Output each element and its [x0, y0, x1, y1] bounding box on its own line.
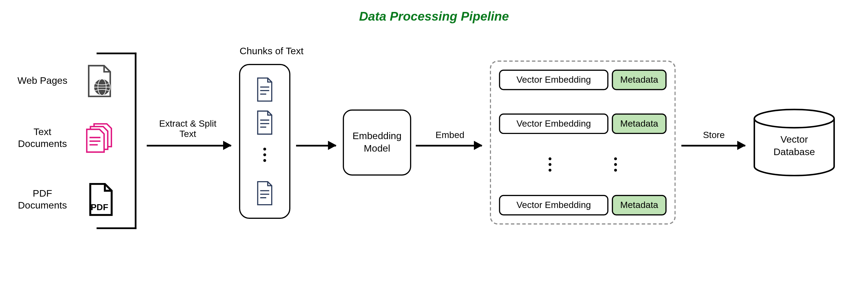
- vector-embedding-box: Vector Embedding: [499, 113, 608, 134]
- vertical-ellipsis-icon: [263, 148, 266, 162]
- chunk-doc-icon: [255, 110, 275, 135]
- arrow-store-label: Store: [694, 130, 734, 140]
- web-page-icon: [84, 65, 116, 97]
- metadata-box: Metadata: [612, 113, 666, 134]
- vertical-ellipsis-icon: [614, 157, 617, 172]
- arrow-chunks-to-model: [296, 145, 336, 146]
- embedding-model-box: Embedding Model: [343, 109, 411, 176]
- metadata-box: Metadata: [612, 195, 666, 215]
- source-text-row: Text Documents: [11, 122, 125, 154]
- chunks-box: [239, 64, 290, 219]
- embedding-row: Vector Embedding Metadata: [499, 113, 666, 134]
- diagram-title: Data Processing Pipeline: [1, 9, 867, 24]
- source-text-label: Text Documents: [11, 126, 74, 150]
- vector-database-label: Vector Database: [753, 133, 835, 159]
- vector-embedding-box: Vector Embedding: [499, 195, 608, 215]
- arrow-store: [681, 145, 745, 146]
- vertical-ellipsis-icon: [549, 157, 552, 172]
- embeddings-group: Vector Embedding Metadata Vector Embeddi…: [490, 61, 676, 225]
- arrow-extract-split: [147, 145, 231, 146]
- arrow-embed-label: Embed: [427, 130, 473, 140]
- chunk-doc-icon: [255, 180, 275, 205]
- text-documents-icon: [84, 122, 116, 154]
- source-pdf-label: PDF Documents: [11, 188, 74, 211]
- source-web-row: Web Pages: [11, 65, 125, 97]
- arrow-embed: [416, 145, 482, 146]
- chunks-label: Chunks of Text: [226, 46, 317, 57]
- diagram-canvas: Data Processing Pipeline Web Pages Text …: [1, 2, 867, 299]
- vector-database-cylinder: Vector Database: [753, 108, 835, 177]
- svg-text:PDF: PDF: [91, 202, 108, 212]
- metadata-box: Metadata: [612, 70, 666, 90]
- chunk-doc-icon: [255, 77, 275, 102]
- vector-embedding-box: Vector Embedding: [499, 70, 608, 90]
- embedding-ellipsis-row: [499, 157, 666, 172]
- embedding-row: Vector Embedding Metadata: [499, 195, 666, 215]
- arrow-extract-label: Extract & Split Text: [148, 119, 228, 139]
- pdf-document-icon: PDF: [84, 183, 116, 215]
- source-pdf-row: PDF Documents PDF: [11, 183, 125, 215]
- source-web-label: Web Pages: [11, 75, 74, 87]
- embedding-model-label: Embedding Model: [352, 130, 402, 155]
- embedding-row: Vector Embedding Metadata: [499, 70, 666, 90]
